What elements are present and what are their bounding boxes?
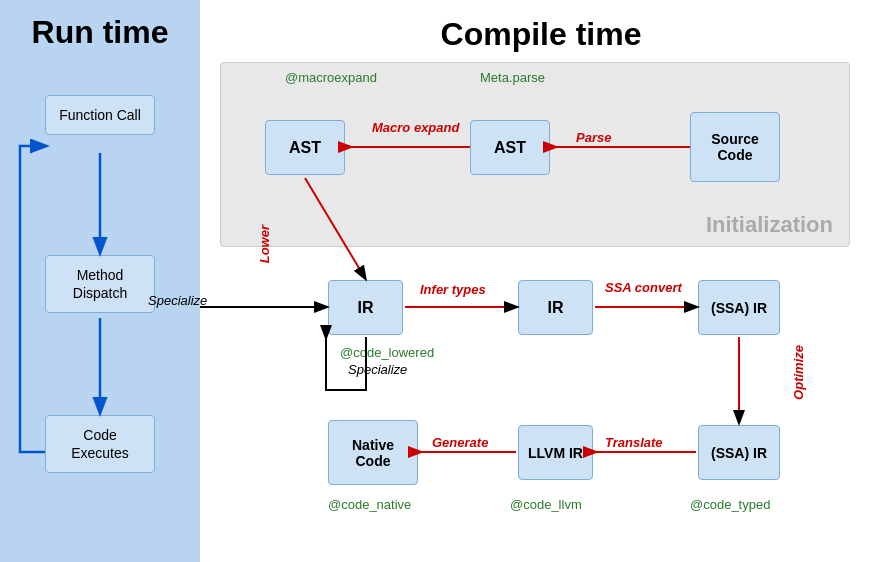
native-code-box: Native Code <box>328 420 418 485</box>
infer-types-label: Infer types <box>420 282 486 297</box>
specialize-main-label: Specialize <box>148 293 207 308</box>
code-typed-label: @code_typed <box>690 497 770 512</box>
macroexpand-label: @macroexpand <box>285 70 377 85</box>
ir1-box: IR <box>328 280 403 335</box>
ast2-box: AST <box>470 120 550 175</box>
ir2-box: IR <box>518 280 593 335</box>
ssa-ir1-box: (SSA) IR <box>698 280 780 335</box>
macro-expand-label: Macro expand <box>372 120 459 136</box>
translate-label: Translate <box>605 435 663 450</box>
specialize-sub-label: Specialize <box>348 362 407 377</box>
parse-label: Parse <box>576 130 611 145</box>
meta-parse-label: Meta.parse <box>480 70 545 85</box>
main-container: Run time Function Call Method Dispatch C… <box>0 0 882 562</box>
code-native-label: @code_native <box>328 497 411 512</box>
ast1-box: AST <box>265 120 345 175</box>
optimize-label: Optimize <box>791 345 806 400</box>
llvm-ir-box: LLVM IR <box>518 425 593 480</box>
lower-label: Lower <box>257 225 272 263</box>
method-dispatch-box: Method Dispatch <box>45 255 155 313</box>
ssa-ir2-box: (SSA) IR <box>698 425 780 480</box>
runtime-panel: Run time Function Call Method Dispatch C… <box>0 0 200 562</box>
generate-label: Generate <box>432 435 488 450</box>
code-lowered-label: @code_lowered <box>340 345 434 360</box>
code-llvm-label: @code_llvm <box>510 497 582 512</box>
code-executes-box: Code Executes <box>45 415 155 473</box>
ssa-convert-label: SSA convert <box>605 280 682 295</box>
compiletime-title: Compile time <box>210 10 872 57</box>
function-call-box: Function Call <box>45 95 155 135</box>
source-code-box: Source Code <box>690 112 780 182</box>
runtime-title: Run time <box>0 0 200 51</box>
initialization-label: Initialization <box>706 212 833 238</box>
compiletime-panel: Compile time Initialization @macroexpand… <box>200 0 882 562</box>
